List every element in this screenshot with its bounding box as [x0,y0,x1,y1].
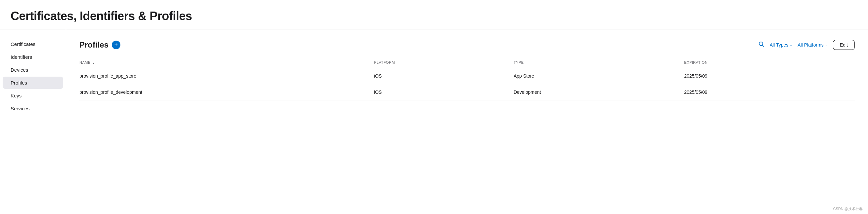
cell-name: provision_profile_development [80,84,374,100]
table-row[interactable]: provision_profile_developmentiOSDevelopm… [80,84,855,100]
cell-expiration: 2025/05/09 [684,68,855,84]
profiles-table: NAME ∨PLATFORMTYPEEXPIRATION provision_p… [80,58,855,100]
sidebar-item-identifiers[interactable]: Identifiers [3,51,63,63]
cell-type: App Store [514,68,684,84]
profiles-header: Profiles All Types ⌄ All Platforms ⌄ Edi… [80,40,855,50]
table-header: NAME ∨PLATFORMTYPEEXPIRATION [80,58,855,68]
table-row[interactable]: provision_profile_app_storeiOSApp Store2… [80,68,855,84]
sidebar-item-profiles[interactable]: Profiles [3,77,63,89]
main-content: Profiles All Types ⌄ All Platforms ⌄ Edi… [66,29,868,214]
profiles-title-group: Profiles [80,40,120,49]
profiles-section-title: Profiles [80,40,108,49]
all-types-filter[interactable]: All Types ⌄ [770,42,793,47]
chevron-down-icon: ⌄ [825,43,828,47]
sidebar-item-certificates[interactable]: Certificates [3,38,63,50]
cell-expiration: 2025/05/09 [684,84,855,100]
cell-type: Development [514,84,684,100]
search-icon[interactable] [758,41,765,49]
edit-button[interactable]: Edit [833,40,855,50]
add-profile-button[interactable] [112,41,120,49]
table-body: provision_profile_app_storeiOSApp Store2… [80,68,855,100]
col-header-platform: PLATFORM [374,58,514,68]
page-title: Certificates, Identifiers & Profiles [10,9,858,23]
sidebar-item-keys[interactable]: Keys [3,90,63,102]
sidebar-item-services[interactable]: Services [3,102,63,115]
col-header-name[interactable]: NAME ∨ [80,58,374,68]
col-header-expiration: EXPIRATION [684,58,855,68]
sidebar: CertificatesIdentifiersDevicesProfilesKe… [0,29,66,214]
table-header-row: NAME ∨PLATFORMTYPEEXPIRATION [80,58,855,68]
cell-name: provision_profile_app_store [80,68,374,84]
chevron-down-icon: ⌄ [789,43,792,47]
all-platforms-filter[interactable]: All Platforms ⌄ [798,42,828,47]
cell-platform: iOS [374,84,514,100]
page-header: Certificates, Identifiers & Profiles [0,0,868,29]
sort-indicator-icon: ∨ [91,61,95,64]
col-header-type: TYPE [514,58,684,68]
layout: CertificatesIdentifiersDevicesProfilesKe… [0,29,868,214]
watermark: CSDN @技术社群 [833,206,863,211]
svg-line-1 [762,45,764,46]
cell-platform: iOS [374,68,514,84]
header-actions: All Types ⌄ All Platforms ⌄ Edit [758,40,855,50]
sidebar-item-devices[interactable]: Devices [3,64,63,76]
